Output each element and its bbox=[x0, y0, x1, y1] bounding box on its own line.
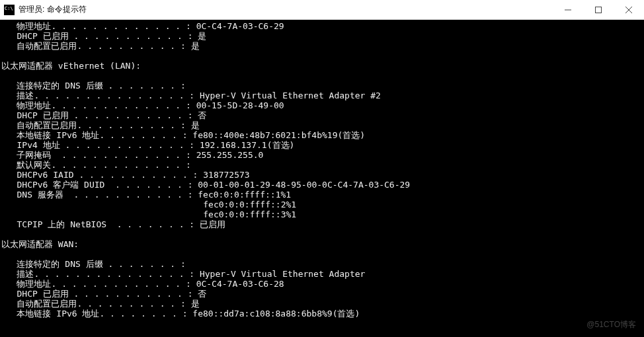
terminal-line: 连接特定的 DNS 后缀 . . . . . . . : bbox=[1, 81, 644, 91]
terminal-line: DHCPv6 客户端 DUID . . . . . . . : 00-01-00… bbox=[1, 180, 644, 190]
maximize-button[interactable] bbox=[583, 0, 614, 19]
terminal-line: 描述. . . . . . . . . . . . . . . : Hyper-… bbox=[1, 269, 644, 279]
terminal-line: fec0:0:0:ffff::2%1 bbox=[1, 200, 644, 209]
window-controls bbox=[553, 0, 644, 19]
terminal-line: fec0:0:0:ffff::3%1 bbox=[1, 209, 644, 219]
cmd-icon bbox=[4, 5, 15, 15]
terminal-line: DHCPv6 IAID . . . . . . . . . . . : 3187… bbox=[1, 170, 644, 180]
terminal-line: 以太网适配器 vEthernet (LAN): bbox=[1, 61, 644, 71]
terminal-line: DNS 服务器 . . . . . . . . . . . : fec0:0:0… bbox=[1, 190, 644, 200]
terminal-line: DHCP 已启用 . . . . . . . . . . . : 否 bbox=[1, 289, 644, 299]
minimize-button[interactable] bbox=[553, 0, 583, 19]
terminal-line: IPv4 地址 . . . . . . . . . . . . : 192.16… bbox=[1, 140, 644, 150]
titlebar-left: 管理员: 命令提示符 bbox=[4, 4, 87, 15]
maximize-icon bbox=[595, 7, 602, 13]
terminal-line: DHCP 已启用 . . . . . . . . . . . : 否 bbox=[1, 110, 644, 120]
terminal-line: TCPIP 上的 NetBIOS . . . . . . . : 已启用 bbox=[1, 219, 644, 229]
terminal-line: 自动配置已启用. . . . . . . . . . : 是 bbox=[1, 41, 644, 51]
svg-rect-1 bbox=[596, 7, 602, 13]
terminal-line: 物理地址. . . . . . . . . . . . . : 0C-C4-7A… bbox=[1, 21, 644, 31]
terminal-line: 本地链接 IPv6 地址. . . . . . . . : fe80::400e… bbox=[1, 130, 644, 140]
minimize-icon bbox=[565, 7, 571, 13]
terminal-line: 以太网适配器 WAN: bbox=[1, 239, 644, 249]
terminal-line: 物理地址. . . . . . . . . . . . . : 0C-C4-7A… bbox=[1, 279, 644, 289]
terminal-line: 物理地址. . . . . . . . . . . . . : 00-15-5D… bbox=[1, 100, 644, 110]
window-title: 管理员: 命令提示符 bbox=[19, 4, 87, 15]
terminal-line bbox=[1, 229, 644, 239]
terminal-line: DHCP 已启用 . . . . . . . . . . . : 是 bbox=[1, 31, 644, 41]
terminal-line bbox=[1, 249, 644, 259]
window-titlebar: 管理员: 命令提示符 bbox=[0, 0, 644, 20]
terminal-output[interactable]: 物理地址. . . . . . . . . . . . . : 0C-C4-7A… bbox=[0, 20, 644, 318]
close-button[interactable] bbox=[614, 0, 644, 19]
terminal-line: 子网掩码 . . . . . . . . . . . . : 255.255.2… bbox=[1, 150, 644, 160]
terminal-line: 描述. . . . . . . . . . . . . . . : Hyper-… bbox=[1, 91, 644, 100]
watermark-text: @51CTO博客 bbox=[586, 319, 636, 330]
terminal-line: 自动配置已启用. . . . . . . . . . : 是 bbox=[1, 299, 644, 309]
close-icon bbox=[625, 7, 632, 13]
terminal-line: 连接特定的 DNS 后缀 . . . . . . . : bbox=[1, 259, 644, 269]
terminal-line: 自动配置已启用. . . . . . . . . . : 是 bbox=[1, 120, 644, 130]
terminal-line bbox=[1, 51, 644, 61]
terminal-line: 本地链接 IPv6 地址. . . . . . . . : fe80::dd7a… bbox=[1, 309, 644, 318]
terminal-line bbox=[1, 71, 644, 81]
terminal-line: 默认网关. . . . . . . . . . . . . : bbox=[1, 160, 644, 170]
